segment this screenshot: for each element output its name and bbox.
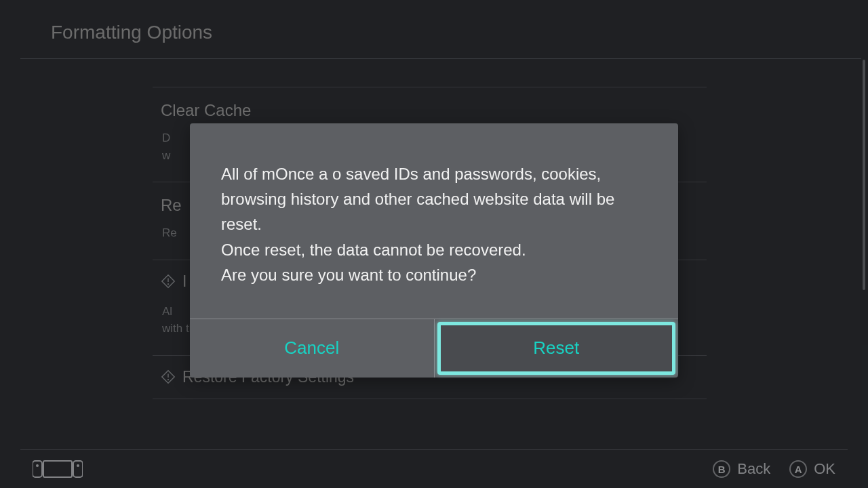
reset-button[interactable]: Reset <box>434 319 679 378</box>
cancel-button[interactable]: Cancel <box>190 319 434 378</box>
dialog-message: All of mOnce a o saved IDs and passwords… <box>190 123 678 319</box>
confirm-reset-dialog: All of mOnce a o saved IDs and passwords… <box>190 123 678 378</box>
